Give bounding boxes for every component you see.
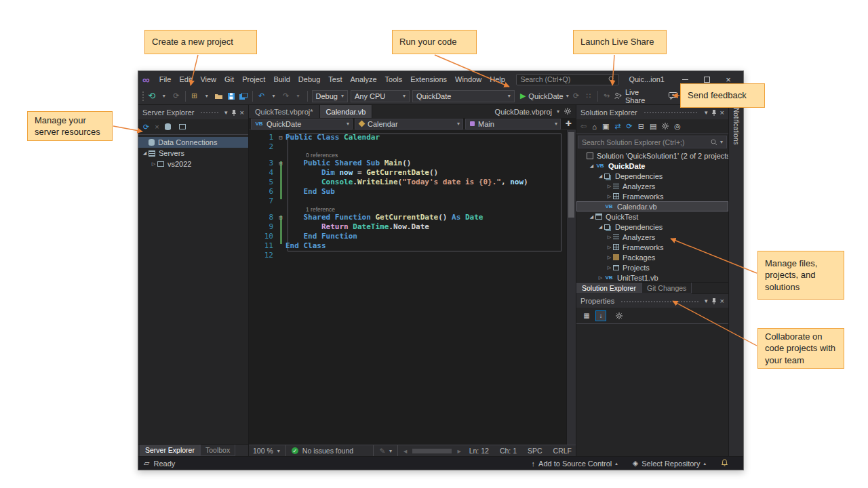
start-debugging-icon[interactable]: ▶: [520, 92, 526, 100]
navigate-back-dropdown[interactable]: ▾: [159, 89, 169, 103]
startup-project-dropdown[interactable]: QuickDate▾: [412, 90, 515, 102]
menu-extensions[interactable]: Extensions: [406, 73, 451, 85]
navigate-forward-icon[interactable]: ⟳: [172, 89, 181, 103]
property-pages-gear-icon[interactable]: [614, 310, 625, 321]
tree-item-unittest1-vb[interactable]: ▷VBUnitTest1.vb: [576, 272, 728, 282]
code-line[interactable]: 5 Console.WriteLine("Today's date is {0}…: [249, 178, 566, 187]
fold-marker-icon[interactable]: ⊟: [276, 159, 285, 168]
codelens-indicator[interactable]: 0 references: [249, 152, 566, 159]
run-options-dropdown[interactable]: ▾: [566, 93, 569, 99]
preview-selected-items-icon[interactable]: ◎: [674, 122, 681, 131]
solution-configuration-dropdown[interactable]: Debug▾: [312, 90, 348, 102]
scroll-left-icon[interactable]: ◂: [403, 447, 407, 455]
line-ending-indicator[interactable]: CRLF: [553, 447, 572, 455]
track-changes-icon[interactable]: ✎: [379, 447, 385, 455]
menu-debug[interactable]: Debug: [294, 73, 324, 85]
menu-analyze[interactable]: Analyze: [346, 73, 380, 85]
switch-views-icon[interactable]: ▣: [602, 122, 609, 131]
tree-item-dependencies[interactable]: ◢Dependencies: [576, 171, 728, 181]
close-panel-icon[interactable]: ×: [720, 108, 724, 117]
tab-git-changes[interactable]: Git Changes: [642, 283, 692, 293]
code-line[interactable]: 8⊟ Shared Function GetCurrentDate() As D…: [249, 213, 566, 222]
hot-reload-icon[interactable]: ⟳: [572, 89, 581, 103]
scroll-right-icon[interactable]: ▸: [457, 447, 460, 455]
solution-platform-dropdown[interactable]: Any CPU▾: [351, 90, 410, 102]
select-repository-button[interactable]: ◈ Select Repository ▴: [633, 459, 706, 468]
expander-icon[interactable]: ◢: [141, 150, 149, 156]
tab-list-dropdown-icon[interactable]: ▾: [557, 108, 559, 115]
expander-icon[interactable]: ▷: [597, 275, 604, 281]
break-all-icon[interactable]: ∷: [584, 89, 593, 103]
spaces-indicator[interactable]: SPC: [528, 447, 542, 455]
step-over-icon[interactable]: ↬: [602, 89, 612, 103]
refresh-icon[interactable]: ⟳: [627, 122, 633, 131]
menu-view[interactable]: View: [196, 73, 220, 85]
refresh-icon[interactable]: ⟳: [143, 123, 149, 131]
connect-to-server-icon[interactable]: [179, 124, 186, 129]
code-line[interactable]: 11End Class: [249, 241, 566, 251]
redo-icon[interactable]: ↷: [281, 89, 291, 103]
expander-icon[interactable]: ◢: [597, 224, 604, 230]
menu-tools[interactable]: Tools: [381, 73, 407, 85]
stop-refresh-icon[interactable]: ×: [155, 123, 159, 131]
window-position-dropdown-icon[interactable]: ▾: [224, 109, 228, 116]
menu-file[interactable]: File: [155, 73, 176, 85]
expander-icon[interactable]: ▷: [150, 161, 157, 167]
tree-item-solution-quicksolution1-2-of-2-projects[interactable]: Solution 'QuickSolution1' (2 of 2 projec…: [576, 150, 728, 161]
categorized-icon[interactable]: ▦: [581, 310, 592, 321]
undo-icon[interactable]: ↶: [257, 89, 267, 103]
tree-item-quickdate[interactable]: ◢VBQuickDate: [576, 161, 728, 171]
tab-server-explorer[interactable]: Server Explorer: [140, 445, 200, 456]
redo-dropdown[interactable]: ▾: [294, 89, 303, 103]
line-indicator[interactable]: Ln: 12: [469, 447, 489, 455]
horizontal-scrollbar[interactable]: [412, 449, 452, 453]
tab-solution-explorer[interactable]: Solution Explorer: [576, 283, 642, 293]
menu-build[interactable]: Build: [269, 73, 294, 85]
panel-grip[interactable]: [200, 110, 218, 114]
tree-item-frameworks[interactable]: ▷Frameworks: [576, 191, 728, 201]
tree-item-calendar-vb[interactable]: VBCalendar.vb: [576, 201, 728, 211]
code-surface[interactable]: 1⊟Public Class Calendar20 references3⊟ P…: [249, 130, 576, 445]
expander-icon[interactable]: ▷: [606, 184, 613, 189]
tree-item-packages[interactable]: ▷Packages: [576, 252, 728, 262]
navigate-back-icon[interactable]: ⟲: [147, 89, 157, 103]
zoom-level-dropdown[interactable]: 100 %: [253, 447, 273, 455]
expander-icon[interactable]: ◢: [588, 163, 595, 169]
scrollbar-thumb[interactable]: [568, 132, 574, 218]
panel-grip[interactable]: [620, 300, 698, 303]
window-position-dropdown-icon[interactable]: ▾: [705, 109, 708, 116]
code-line[interactable]: 4 Dim now = GetCurrentDate(): [249, 168, 566, 178]
vertical-scrollbar[interactable]: [566, 130, 576, 445]
menu-project[interactable]: Project: [238, 73, 269, 85]
tree-item-frameworks[interactable]: ▷Frameworks: [576, 242, 728, 252]
save-icon[interactable]: [226, 89, 236, 103]
send-feedback-icon[interactable]: [668, 89, 677, 103]
code-line[interactable]: 1⊟Public Class Calendar: [249, 133, 566, 142]
fold-marker-icon[interactable]: ⊟: [276, 133, 285, 142]
new-project-dropdown[interactable]: ▾: [202, 89, 212, 103]
tree-item-projects[interactable]: ▷Projects: [576, 262, 728, 272]
close-panel-icon[interactable]: ×: [240, 108, 244, 117]
search-options-dropdown[interactable]: ▾: [720, 139, 723, 145]
code-line[interactable]: 6 End Sub: [249, 187, 566, 197]
tab-quickdate-vbproj[interactable]: QuickDate.vbproj: [495, 108, 552, 116]
pin-icon[interactable]: [711, 298, 717, 304]
properties-gear-icon[interactable]: [662, 123, 669, 131]
code-line[interactable]: 7: [249, 197, 566, 206]
notifications-bell-icon[interactable]: [721, 459, 728, 468]
split-window-icon[interactable]: ✚: [563, 119, 574, 128]
sync-with-active-document-icon[interactable]: ⇄: [614, 122, 620, 131]
toolbar-grip[interactable]: [142, 91, 144, 102]
close-panel-icon[interactable]: ×: [720, 297, 724, 305]
live-share-button[interactable]: Live Share: [614, 88, 658, 104]
tab-calendar-vb[interactable]: Calendar.vb: [320, 105, 373, 118]
editor-options-gear-icon[interactable]: [564, 108, 571, 116]
alphabetical-sort-icon[interactable]: ↓: [595, 310, 606, 321]
zoom-dropdown-icon[interactable]: ▾: [277, 448, 280, 454]
connect-to-database-icon[interactable]: [165, 123, 171, 130]
tree-item-analyzers[interactable]: ▷Analyzers: [576, 181, 728, 191]
menu-edit[interactable]: Edit: [175, 73, 196, 85]
undo-dropdown[interactable]: ▾: [269, 89, 279, 103]
type-dropdown[interactable]: Calendar ▾: [355, 119, 463, 129]
tab-toolbox[interactable]: Toolbox: [200, 445, 235, 456]
